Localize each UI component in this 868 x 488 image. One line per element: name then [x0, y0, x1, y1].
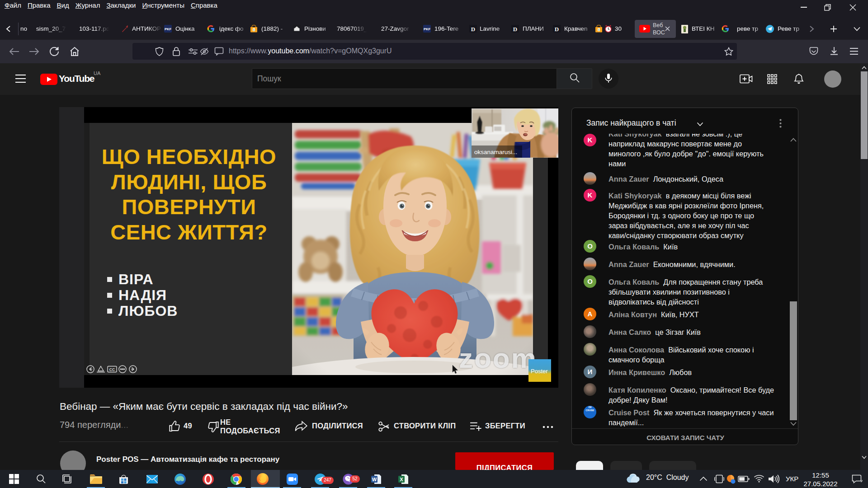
svg-text:1: 1 — [253, 28, 255, 31]
svg-text:W: W — [372, 477, 377, 482]
svg-text:PKF: PKF — [424, 27, 430, 31]
svg-text:CC: CC — [109, 367, 115, 372]
svg-text:D: D — [513, 26, 517, 33]
svg-text:1: 1 — [598, 28, 599, 31]
svg-text:D: D — [555, 26, 559, 33]
svg-text:X: X — [400, 477, 403, 482]
svg-text:oksanamarusi...: oksanamarusi... — [474, 149, 517, 155]
svg-text:PKF: PKF — [165, 27, 171, 31]
svg-text:D: D — [471, 26, 475, 33]
